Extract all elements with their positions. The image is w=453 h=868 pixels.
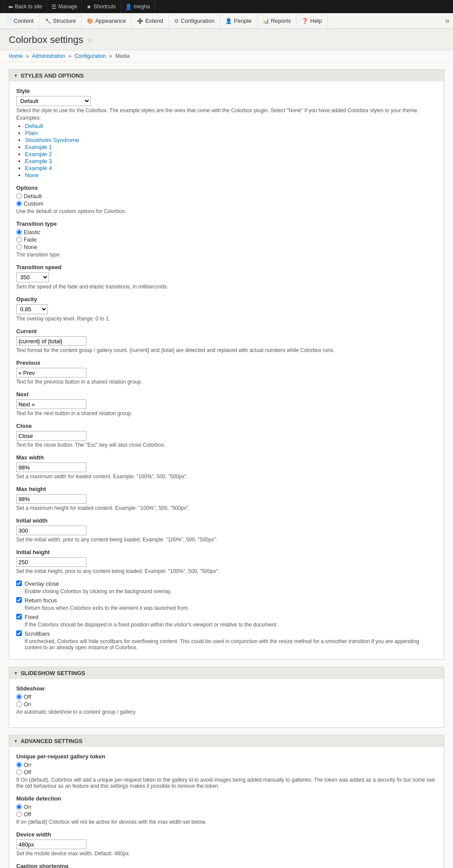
device-width-input[interactable]: [16, 840, 86, 849]
styles-options-body: Style Default Plain Stockholm Syndrome E…: [9, 82, 444, 659]
transition-none-label[interactable]: None: [16, 244, 437, 250]
favorite-star[interactable]: ☆: [87, 36, 93, 44]
max-height-input[interactable]: [16, 494, 86, 504]
transition-elastic-label[interactable]: Elastic: [16, 229, 437, 235]
nav-expand-button[interactable]: »: [445, 16, 449, 25]
user-icon: 👤: [125, 4, 132, 10]
example-plain[interactable]: Plain: [25, 130, 38, 136]
breadcrumb-admin[interactable]: Administration: [32, 53, 65, 59]
style-description: Select the style to use for the Colorbox…: [16, 107, 437, 114]
option-custom-label[interactable]: Custom: [16, 200, 437, 207]
fixed-checkbox[interactable]: [16, 614, 22, 619]
close-input[interactable]: [16, 431, 86, 441]
slideshow-collapse-arrow: ▼: [14, 671, 18, 676]
mobile-detection-on-radio[interactable]: [16, 804, 22, 810]
options-field: Options Default Custom Use the default o…: [16, 185, 437, 214]
current-field: Current Text format for the content grou…: [16, 328, 437, 353]
option-custom-radio[interactable]: [16, 201, 22, 206]
transition-fade-label[interactable]: Fade: [16, 236, 437, 243]
breadcrumb: Home » Administration » Configuration » …: [0, 50, 453, 62]
max-width-field: Max width Set a maximum width for loaded…: [16, 454, 437, 480]
nav-extend[interactable]: ➕ Extend: [132, 13, 168, 29]
unique-token-on-label[interactable]: On: [16, 761, 437, 768]
initial-width-input[interactable]: [16, 526, 86, 535]
next-input[interactable]: [16, 399, 86, 409]
nav-reports[interactable]: 📊 Reports: [257, 13, 297, 29]
overlay-close-label[interactable]: Overlay close: [25, 580, 59, 587]
reports-icon: 📊: [263, 18, 269, 24]
example-1[interactable]: Example 1: [25, 144, 52, 150]
example-3[interactable]: Example 3: [25, 158, 52, 164]
current-input[interactable]: [16, 336, 86, 346]
current-label: Current: [16, 328, 437, 334]
transition-speed-select[interactable]: 350 500 1000: [16, 272, 49, 282]
initial-height-description: Set the initial height, prior to any con…: [16, 568, 437, 574]
slideshow-field: Slideshow Off On An automatic slideshow …: [16, 685, 437, 715]
back-site-button[interactable]: ⬅ Back to site: [4, 0, 47, 13]
slideshow-radio-group: Off On: [16, 694, 437, 708]
nav-configuration[interactable]: ⚙ Configuration: [169, 13, 220, 29]
main-content: ▼ STYLES AND OPTIONS Style Default Plain…: [0, 62, 453, 868]
nav-appearance[interactable]: 🎨 Appearance: [82, 13, 132, 29]
transition-type-description: The transition type.: [16, 252, 437, 258]
extend-icon: ➕: [137, 18, 143, 24]
slideshow-off-label[interactable]: Off: [16, 694, 437, 700]
slideshow-on-radio[interactable]: [16, 701, 22, 707]
mobile-detection-off-radio[interactable]: [16, 811, 22, 817]
style-select[interactable]: Default Plain Stockholm Syndrome Example…: [16, 96, 91, 106]
option-default-radio[interactable]: [16, 193, 22, 199]
example-4[interactable]: Example 4: [25, 165, 52, 171]
return-focus-label[interactable]: Return focus: [25, 597, 57, 604]
opacity-select[interactable]: 0.85 0.5 1: [16, 304, 48, 314]
shortcuts-button[interactable]: ★ Shortcuts: [82, 0, 121, 13]
example-stockholm[interactable]: Stockholm Syndrome: [25, 137, 79, 143]
nav-content[interactable]: 📄 Content: [0, 13, 39, 29]
example-default[interactable]: Default: [25, 123, 43, 129]
initial-height-field: Initial height Set the initial height, p…: [16, 549, 437, 574]
previous-input[interactable]: [16, 368, 86, 377]
user-button[interactable]: 👤 megha: [121, 0, 155, 13]
scrollbars-checkbox[interactable]: [16, 630, 22, 636]
styles-options-header[interactable]: ▼ STYLES AND OPTIONS: [9, 70, 444, 82]
close-label: Close: [16, 423, 437, 429]
fixed-label[interactable]: Fixed: [25, 614, 39, 620]
advanced-header[interactable]: ▼ ADVANCED SETTINGS: [9, 735, 444, 747]
list-item: Stockholm Syndrome: [25, 137, 437, 143]
list-item: Example 4: [25, 165, 437, 171]
initial-width-label: Initial width: [16, 517, 437, 524]
close-description: Text for the close button. The "Esc" key…: [16, 442, 437, 448]
transition-fade-radio[interactable]: [16, 237, 22, 242]
unique-token-radio-group: On Off: [16, 761, 437, 776]
nav-people[interactable]: 👤 People: [220, 13, 257, 29]
option-default-label[interactable]: Default: [16, 193, 437, 199]
mobile-detection-on-label[interactable]: On: [16, 804, 437, 810]
example-none[interactable]: None: [25, 172, 39, 178]
style-field: Style Default Plain Stockholm Syndrome E…: [16, 88, 437, 178]
return-focus-checkbox[interactable]: [16, 597, 22, 603]
slideshow-header[interactable]: ▼ SLIDESHOW SETTINGS: [9, 667, 444, 679]
unique-token-on-radio[interactable]: [16, 762, 22, 768]
content-icon: 📄: [5, 18, 12, 24]
breadcrumb-home[interactable]: Home: [9, 53, 23, 59]
mobile-detection-off-label[interactable]: Off: [16, 811, 437, 818]
config-icon: ⚙: [174, 18, 179, 24]
unique-token-off-label[interactable]: Off: [16, 769, 437, 776]
initial-height-input[interactable]: [16, 557, 86, 567]
fixed-row: Fixed If the Colorbox should be displaye…: [16, 614, 437, 628]
manage-button[interactable]: ☰ Manage: [47, 0, 82, 13]
slideshow-on-label[interactable]: On: [16, 701, 437, 708]
transition-none-radio[interactable]: [16, 244, 22, 250]
transition-elastic-radio[interactable]: [16, 229, 22, 235]
unique-token-off-radio[interactable]: [16, 769, 22, 775]
nav-help[interactable]: ❓ Help: [296, 13, 328, 29]
slideshow-off-radio[interactable]: [16, 694, 22, 700]
slideshow-section: ▼ SLIDESHOW SETTINGS Slideshow Off On An…: [9, 667, 444, 728]
max-width-input[interactable]: [16, 462, 86, 472]
admin-bar: ⬅ Back to site ☰ Manage ★ Shortcuts 👤 me…: [0, 0, 453, 13]
nav-end: »: [442, 16, 453, 25]
overlay-close-checkbox[interactable]: [16, 580, 22, 586]
nav-structure[interactable]: 🔧 Structure: [39, 13, 82, 29]
scrollbars-label[interactable]: Scrollbars: [25, 630, 50, 637]
breadcrumb-config[interactable]: Configuration: [75, 53, 106, 59]
example-2[interactable]: Example 2: [25, 151, 52, 157]
